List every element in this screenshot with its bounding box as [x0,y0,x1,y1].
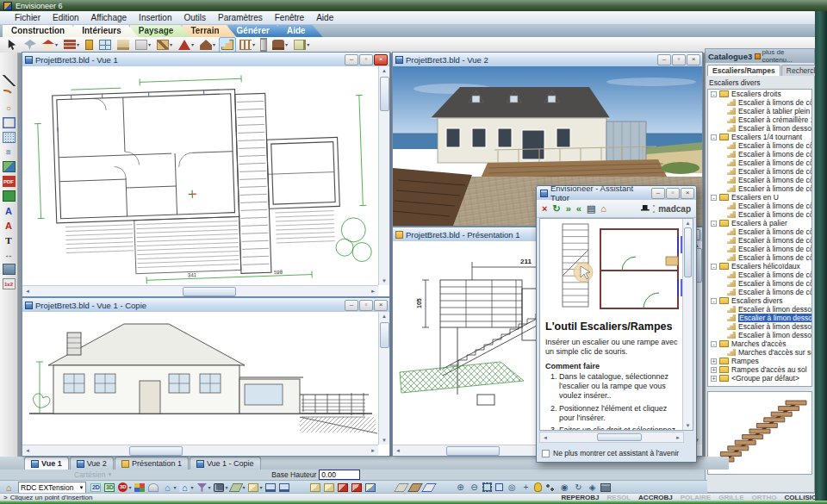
close-tutor-icon[interactable]: × [542,204,547,214]
vertical-scrollbar[interactable]: ▲▼ [378,66,389,285]
view-tab-pre-sentation-1[interactable]: Présentation 1 [115,457,189,470]
zoom-extents-icon[interactable]: ◎ [506,482,518,493]
catalog-folder[interactable]: +Rampes [708,357,811,365]
image-tool[interactable] [3,161,16,172]
column-tool[interactable] [258,37,269,53]
catalog-item[interactable]: Escalier à limons de côté 15 [708,176,811,184]
wall-tool[interactable]: ▾ [61,37,82,53]
catalog-folder[interactable]: -Escaliers droits [708,90,811,98]
level-dropdown[interactable]: RDC EXTension▼ [18,482,86,494]
ceiling-tool[interactable]: ▾ [133,37,153,53]
dropdown-arrow-icon[interactable]: ▾ [173,485,176,490]
workplane-brown-icon[interactable] [409,482,421,493]
scale-tool[interactable]: 1x2 [3,278,16,289]
dialog-maximize-button[interactable]: ▫ [666,188,680,199]
look-around-icon[interactable]: ◉ [558,482,570,493]
catalog-folder[interactable]: -Escaliers en U [708,193,811,202]
catalog-item[interactable]: Escalier à limons de côté 15 [708,202,811,210]
dialog-vertical-scrollbar[interactable]: ▲▼ [682,219,693,430]
filter-icon[interactable]: ▾ [196,482,211,493]
maximize-button[interactable]: ▫ [359,300,373,311]
text-tool[interactable]: A [3,205,16,216]
menu-fene-tre[interactable]: Fenêtre [269,13,310,22]
export-tool[interactable] [3,190,16,202]
ribbon-tab-inte-rieurs[interactable]: Intérieurs [73,25,139,37]
tree-expander-icon[interactable]: - [711,134,717,140]
catalog-item[interactable]: Escalier à limons de côté 15 [708,271,811,279]
section-plane-icon[interactable]: ▾ [230,482,246,493]
dropdown-arrow-icon[interactable]: ▾ [148,42,151,47]
materials-icon[interactable] [134,482,146,493]
elevation-canvas[interactable]: ▲▼ ◄► [22,312,389,456]
roof-tool[interactable]: ▾ [176,37,196,53]
window-vue1-copie-titlebar[interactable]: ProjetBret3.bld - Vue 1 - Copie – ▫ × [22,298,389,313]
dialog-minimize-button[interactable]: – [651,188,665,199]
tree-expander-icon[interactable]: - [711,341,717,347]
dropdown-arrow-icon[interactable]: ▾ [225,485,227,490]
railing-tool[interactable]: ▾ [237,37,258,53]
base-height-input[interactable] [319,470,360,480]
shadows-icon[interactable]: ⌂▾ [161,482,177,493]
vertical-scrollbar[interactable]: ▲▼ [378,312,389,445]
tree-expander-icon[interactable]: + [711,358,717,364]
dropdown-arrow-icon[interactable]: ▾ [170,42,172,47]
zoom-window-icon[interactable] [482,482,493,493]
zoom-in-icon[interactable]: ⊕ [454,482,466,493]
tree-expander-icon[interactable]: + [711,376,717,382]
plan-canvas[interactable]: 341 598 ▲▼ ◄► [22,66,389,296]
attic-tool[interactable]: ▾ [197,37,218,53]
menu-insertion[interactable]: Insertion [133,13,177,22]
dropdown-arrow-icon[interactable]: ▾ [191,42,194,47]
circle-tool[interactable]: ○ [3,103,16,114]
minimize-button[interactable]: – [345,300,358,311]
catalog-folder[interactable]: -Escaliers hélicoïdaux [708,262,811,271]
tree-expander-icon[interactable]: + [711,367,717,373]
hatch-tool[interactable] [3,132,16,143]
workplane-blue-icon[interactable] [423,482,435,493]
catalog-item[interactable]: Escalier à limons de côté 15 [708,141,811,150]
tree-expander-icon[interactable]: - [711,298,717,304]
catalog-item[interactable]: Escalier à limons de côté 15 [708,245,811,253]
catalog-item[interactable]: Escalier à limons de côté 15 [708,227,811,236]
refresh-icon[interactable]: ↻ [552,204,560,214]
horizontal-scrollbar[interactable]: ◄► [22,445,378,456]
home-icon[interactable]: ⌂ [600,204,606,214]
line-tool[interactable] [3,75,16,86]
dimension-tool[interactable]: ↔ [3,249,16,260]
catalog-item[interactable]: Escalier à limon dessous 15 [708,305,811,314]
tree-expander-icon[interactable]: - [711,264,717,270]
minimize-button[interactable]: – [657,54,671,65]
workplane-icon[interactable] [395,482,407,493]
building-wizard-tool[interactable]: ▾ [40,37,60,53]
window-vue2-titlebar[interactable]: ProjetBret3.bld - Vue 2 – ▫ × [393,53,702,67]
dialog-titlebar[interactable]: Envisioneer - Assistant Tutor – ▫ × [537,186,696,200]
menu-affichage[interactable]: Affichage [85,13,134,22]
leader-text-tool[interactable]: A [3,220,16,231]
arc-tool[interactable] [3,90,15,99]
catalog-item[interactable]: Escalier à limon dessous 15 [708,322,811,331]
select-tool[interactable] [3,37,21,53]
dropdown-arrow-icon[interactable]: ▾ [213,42,215,47]
ribbon-tab-construction[interactable]: Construction [3,25,82,37]
camera-icon[interactable]: ▾ [213,482,228,493]
view-tab-vue-2[interactable]: Vue 2 [70,457,114,470]
display-options2-icon[interactable] [278,482,290,493]
menu-fichier[interactable]: Fichier [9,13,47,22]
dropdown-arrow-icon[interactable]: ▾ [242,485,245,490]
ribbon-tab-ge-ne-rer[interactable]: Générer [228,25,287,37]
catalog-item[interactable]: Escalier à crémaillère 15 [708,115,811,124]
menu-parame-tres[interactable]: Paramètres [212,13,269,22]
menu-outils[interactable]: Outils [177,13,212,22]
collision-cube2-icon[interactable] [351,482,363,493]
back-icon[interactable]: « [576,204,581,214]
minimize-button[interactable]: – [345,54,358,65]
catalog-folder[interactable]: -Escaliers divers [708,296,811,305]
visit-building-icon[interactable] [600,482,612,493]
reference-cube-icon[interactable] [364,482,376,493]
catalog-item[interactable]: Escalier à limons de côté 17 [708,288,811,296]
maximize-button[interactable]: ▫ [359,54,373,65]
catalog-folder[interactable]: +Rampes d'accès au sol [708,365,811,374]
zoom-selection-icon[interactable] [494,482,504,493]
artistic-text-tool[interactable]: T [3,234,16,246]
ribbon-tab-paysage[interactable]: Paysage [130,25,191,37]
